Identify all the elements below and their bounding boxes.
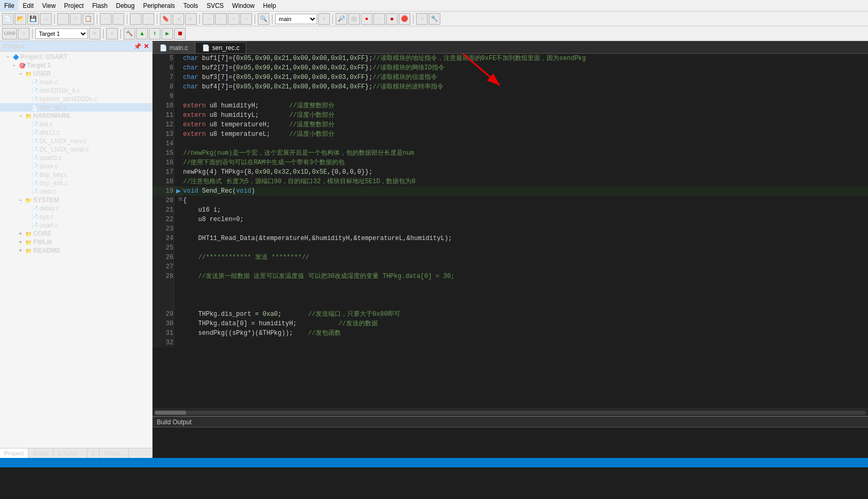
line-content-10[interactable]: extern u8 humidityH; //湿度整数部分	[183, 101, 868, 111]
tree-file-dl-send[interactable]: + 📄 DL_LN3X_send.c	[0, 145, 152, 154]
line-content-13[interactable]: extern u8 temperatureL; //温度小数部分	[183, 129, 868, 139]
tab-sen-rec-c[interactable]: 📄 sen_rec.c	[195, 42, 246, 53]
new-file-button[interactable]: 📄	[2, 13, 14, 25]
indent-all-button[interactable]: ≡	[228, 13, 239, 25]
tree-file-main[interactable]: + 📄 main.c	[0, 78, 152, 86]
line-content-26[interactable]: //************ 发送 ********//	[183, 253, 868, 262]
tree-file-bspexti[interactable]: + 📄 bsp_exti.c	[0, 179, 152, 187]
line-content-32[interactable]	[183, 338, 868, 347]
line-content-27[interactable]	[183, 262, 868, 272]
tree-folder-fwlib[interactable]: + 📁 FWLib	[0, 238, 152, 246]
tab-funct[interactable]: {} Funct...	[54, 448, 87, 458]
tab-templ2[interactable]: Templ...	[99, 448, 129, 458]
menu-project[interactable]: Project	[60, 0, 88, 12]
unindent-button[interactable]: ⇤	[215, 13, 227, 25]
line-content-21[interactable]: u16 i;	[183, 205, 868, 215]
settings-button[interactable]: 🔧	[429, 13, 440, 25]
line-content-23[interactable]	[183, 224, 868, 234]
code-editor[interactable]: 5 char buf1[7]={0x05,0x90,0x21,0x00,0x00…	[153, 54, 868, 408]
circle-button[interactable]: ○	[374, 13, 385, 25]
tree-file-timer[interactable]: + 📄 timer.c	[0, 162, 152, 171]
forward-button[interactable]: →	[143, 13, 154, 25]
build-output-content[interactable]	[153, 427, 868, 458]
copy-button[interactable]: ⎘	[70, 13, 82, 25]
line-content-8[interactable]: char buf4[7]={0x05,0x90,0x21,0x00,0x00,0…	[183, 82, 868, 92]
tree-file-usart[interactable]: + 📄 usart.c	[0, 221, 152, 229]
rebuild-button[interactable]: ▲	[136, 28, 148, 39]
line-content-20[interactable]: {	[183, 196, 868, 205]
inspect-button[interactable]: 🔎	[336, 13, 347, 25]
bookmark-next-button[interactable]: ▶	[185, 13, 197, 25]
tree-folder-user[interactable]: − 📁 USER	[0, 69, 152, 78]
open-file-button[interactable]: 📂	[15, 13, 26, 25]
tree-file-usart3[interactable]: + 📄 usart3.c	[0, 154, 152, 162]
menu-file[interactable]: File	[0, 0, 18, 12]
tree-file-dht11[interactable]: + 📄 dht11.c	[0, 128, 152, 137]
tree-folder-system[interactable]: − 📁 SYSTEM	[0, 196, 152, 204]
line-content-14[interactable]	[183, 139, 868, 148]
line-content-24[interactable]: DHT11_Read_Data(&temperatureH,&humidityH…	[183, 234, 868, 243]
menu-window[interactable]: Window	[228, 0, 259, 12]
project-close-button[interactable]: ✕	[144, 43, 149, 50]
line-content-12[interactable]: extern u8 temperatureH; //温度整数部分	[183, 120, 868, 129]
unindent-all-button[interactable]: ≡	[240, 13, 252, 25]
dbg-button[interactable]: 🔴	[399, 13, 410, 25]
line-content-7[interactable]: char buf3[7]={0x05,0x90,0x21,0x00,0x00,0…	[183, 73, 868, 82]
start-debug-button[interactable]: ▶	[162, 28, 173, 39]
undo-button[interactable]: ↩	[100, 13, 112, 25]
stop-debug-button[interactable]: ⏹	[174, 28, 186, 39]
menu-debug[interactable]: Debug	[112, 0, 139, 12]
tab-templates[interactable]: []	[87, 448, 99, 458]
bookmark-button[interactable]: 🔖	[160, 13, 171, 25]
cut-button[interactable]: ✂	[57, 13, 69, 25]
line-content-29[interactable]: THPkg.dis_port = 0xa0; //发送端口，只要大于0x80即可	[183, 310, 868, 319]
tree-target1[interactable]: − 🎯 Target 1	[0, 61, 152, 69]
line-content-22[interactable]: u8 reclen=0;	[183, 215, 868, 224]
tree-folder-core[interactable]: + 📁 CORE	[0, 229, 152, 238]
tree-file-stm32[interactable]: + 📄 stm32f10x_it.c	[0, 86, 152, 95]
back-button[interactable]: ←	[130, 13, 142, 25]
line-content-31[interactable]: sendPkg((sPkg*)(&THPkg)); //发包函数	[183, 328, 868, 338]
target-select[interactable]: Target 1	[35, 28, 88, 39]
tree-root[interactable]: − 🔷 Project: USART	[0, 53, 152, 61]
paste-button[interactable]: 📋	[83, 13, 94, 25]
build-button[interactable]: 🔨	[124, 28, 135, 39]
tab-books[interactable]: Books	[28, 448, 54, 458]
project-pin-button[interactable]: 📌	[134, 43, 142, 50]
dropdown-arrow-button[interactable]: ▼	[318, 13, 330, 25]
line-content-16[interactable]: //使用下面的语句可以在RAM中生成一个带有3个数据的包	[183, 158, 868, 167]
tree-file-oled[interactable]: + 📄 oled.c	[0, 187, 152, 196]
line-content-15[interactable]: //newPkg(num)是一个宏，这个宏展开后是一个包构体，包的数据部分长度是…	[183, 148, 868, 158]
line-content-18[interactable]: //注意包格式 长度为5，源端口90，目的端口32，模块目标地址5E1D，数据包…	[183, 177, 868, 186]
line-content-5[interactable]: char buf1[7]={0x05,0x90,0x21,0x00,0x00,0…	[183, 54, 868, 63]
menu-edit[interactable]: Edit	[18, 0, 38, 12]
tree-folder-hardware[interactable]: − 📁 HARDWARE	[0, 112, 152, 120]
line-content-17[interactable]: newPkg(4) THPkg={8,0x90,0x32,0x1D,0x5E,{…	[183, 167, 868, 177]
menu-peripherals[interactable]: Peripherals	[139, 0, 179, 12]
tree-file-bspkey[interactable]: + 📄 bsp_key.c	[0, 171, 152, 179]
target-settings-button[interactable]: ⚙	[18, 28, 29, 39]
line-content-28[interactable]: //发送第一组数据 这里可以发温度值 可以把30改成湿度的变量 THPkg.da…	[183, 272, 868, 310]
line-content-19[interactable]: void Send_Rec(void)	[183, 186, 868, 196]
breakpoint-button[interactable]: ⬤	[348, 13, 360, 25]
menu-help[interactable]: Help	[259, 0, 280, 12]
redo-button[interactable]: ↪	[113, 13, 124, 25]
manage-project-button[interactable]: ⚙	[106, 28, 118, 39]
menu-view[interactable]: View	[38, 0, 60, 12]
line-content-25[interactable]	[183, 243, 868, 253]
tab-main-c[interactable]: 📄 main.c	[153, 42, 195, 53]
tree-file-system[interactable]: + 📄 system_stm32f10x.c	[0, 95, 152, 103]
line-content-11[interactable]: extern u8 humidityL; //湿度小数部分	[183, 111, 868, 120]
tree-file-senrec[interactable]: + 📄 sen_rec.c	[0, 103, 152, 112]
tree-folder-readme[interactable]: + 📁 README	[0, 246, 152, 255]
save-all-button[interactable]: 🗂	[40, 13, 52, 25]
stop2-button[interactable]: ◆	[386, 13, 398, 25]
horizontal-scrollbar[interactable]	[153, 408, 868, 416]
run2-button[interactable]: ●	[361, 13, 372, 25]
line-content-30[interactable]: THPkg.data[0] = humidityH; //发送的数据	[183, 319, 868, 328]
tree-file-dl-recv[interactable]: + 📄 DL_LN3X_recv.c	[0, 137, 152, 145]
tree-file-led[interactable]: + 📄 led.c	[0, 120, 152, 128]
menu-flash[interactable]: Flash	[88, 0, 112, 12]
find-button[interactable]: 🔍	[258, 13, 269, 25]
tab-project[interactable]: Project	[0, 448, 28, 458]
